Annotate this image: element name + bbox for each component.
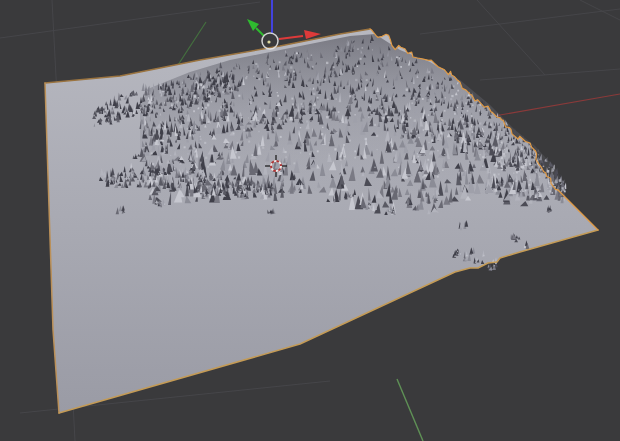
3d-viewport-stage [0,0,620,441]
gizmo-origin-dot [267,40,270,43]
3d-viewport[interactable] [0,0,620,441]
